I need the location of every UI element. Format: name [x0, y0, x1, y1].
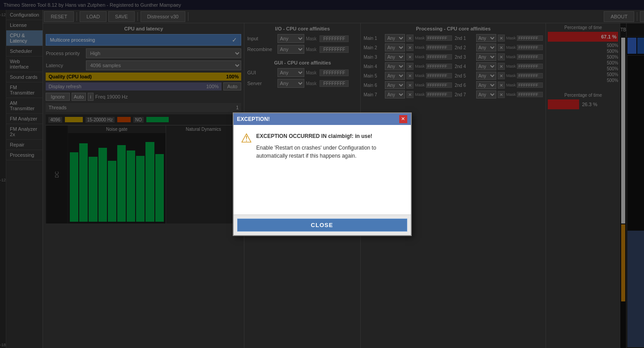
modal-warning-row: ⚠ EXCEPTION OCCURRED IN claimbigf: in us… — [241, 132, 404, 160]
modal-title: EXCEPTION! — [237, 116, 270, 122]
modal-footer: CLOSE — [234, 215, 411, 235]
warning-icon: ⚠ — [241, 132, 252, 145]
modal-text-block: EXCEPTION OCCURRED IN claimbigf: in use!… — [256, 132, 404, 160]
modal-body: ⚠ EXCEPTION OCCURRED IN claimbigf: in us… — [234, 125, 411, 215]
modal-close-x-button[interactable]: ✕ — [399, 115, 407, 123]
modal-titlebar: EXCEPTION! ✕ — [234, 113, 411, 125]
modal-close-button[interactable]: CLOSE — [237, 219, 407, 232]
modal-line2: Enable 'Restart on crashes' under Config… — [256, 144, 404, 160]
modal-line1: EXCEPTION OCCURRED IN claimbigf: in use! — [256, 132, 404, 140]
exception-dialog: EXCEPTION! ✕ ⚠ EXCEPTION OCCURRED IN cla… — [233, 112, 412, 236]
modal-overlay: EXCEPTION! ✕ ⚠ EXCEPTION OCCURRED IN cla… — [0, 0, 644, 348]
